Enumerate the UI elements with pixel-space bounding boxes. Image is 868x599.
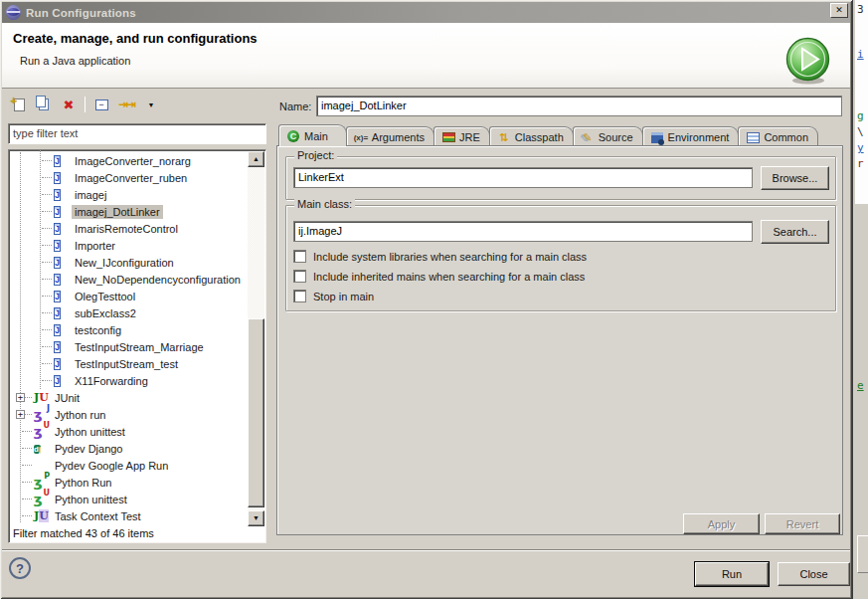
arrow-up-icon: ▲ (253, 155, 260, 162)
tab-label: Source (599, 131, 633, 143)
revert-button[interactable]: Revert (765, 513, 840, 534)
title-bar[interactable]: Run Configurations (2, 2, 850, 23)
tree-item-new-ijconfiguration[interactable]: JNew_IJconfiguration (10, 254, 248, 271)
duplicate-config-button[interactable] (35, 96, 53, 113)
tab-main[interactable]: CMain (278, 124, 347, 146)
tree-connector (22, 448, 32, 449)
tree-item-pydev-django[interactable]: djPydev Django (10, 440, 248, 457)
common-tab-icon (746, 131, 760, 143)
browse-button[interactable]: Browse... (761, 166, 829, 190)
tree-item-imageconverter-ruben[interactable]: JImageConverter_ruben (10, 169, 248, 186)
tab-label: JRE (459, 131, 480, 143)
search-button[interactable]: Search... (761, 220, 829, 244)
tree-item-task-context-test[interactable]: JUTask Context Test (10, 507, 248, 524)
project-input[interactable]: LinkerExt (293, 167, 753, 188)
delete-icon: ✖ (64, 98, 75, 112)
tree-item-testinputstream-test[interactable]: JTestInputStream_test (10, 355, 248, 372)
tree-item-label: Jython run (52, 408, 108, 422)
tree-item-label: subExclass2 (72, 306, 139, 320)
environment-tab-icon (650, 131, 664, 143)
tree-item-imarisremotecontrol[interactable]: JImarisRemoteControl (10, 220, 248, 237)
tree-connector (42, 211, 52, 212)
filter-input[interactable]: type filter text (8, 123, 266, 144)
run-button[interactable]: Run (695, 562, 769, 586)
tree-item-label: JUnit (52, 391, 83, 405)
new-config-button[interactable]: + (10, 96, 28, 113)
java-app-icon: J (54, 171, 68, 185)
tree-item-imageconverter-norarg[interactable]: JImageConverter_norarg (10, 152, 248, 169)
pydev-django-icon: dj (34, 442, 48, 456)
python-unittest-icon: ʒU (34, 493, 48, 506)
tree-connector (42, 279, 52, 280)
tree-item-label: Jython unittest (52, 425, 128, 439)
tree-item-label: X11Forwarding (72, 374, 151, 388)
background-text-fragment: \ (857, 125, 864, 138)
task-context-icon: JU (34, 509, 48, 523)
tree-item-label: ImarisRemoteControl (72, 222, 181, 236)
tree-connector (42, 346, 52, 347)
tree-item-subexclass2[interactable]: JsubExclass2 (10, 304, 248, 321)
tab-classpath[interactable]: ⇅Classpath (489, 126, 574, 146)
checkbox-unchecked[interactable] (293, 270, 306, 283)
tree-item-importer[interactable]: JImporter (10, 237, 248, 254)
tree-item-imagej[interactable]: Jimagej (10, 186, 248, 203)
scrollbar-thumb[interactable] (248, 318, 264, 507)
tree-expander-icon[interactable]: + (16, 393, 25, 402)
toolbar-separator (85, 97, 86, 112)
filter-configs-button[interactable]: ⇥⇥ (117, 96, 135, 113)
screen: 3ig\yre Run Configurations ✕ Create, man… (0, 0, 868, 599)
java-app-icon: J (54, 306, 68, 320)
tree-item-junit[interactable]: +JUJUnit (10, 389, 248, 406)
checkbox-unchecked[interactable] (293, 250, 306, 263)
background-text-fragment: 3 (857, 3, 864, 16)
tab-common[interactable]: Common (738, 126, 818, 146)
tab-environment[interactable]: Environment (642, 126, 740, 146)
dropdown-arrow-icon: ▼ (148, 101, 155, 108)
delete-config-button[interactable]: ✖ (60, 96, 78, 113)
checkbox-row: Stop in main (293, 290, 374, 302)
tree-connector (42, 177, 52, 178)
arrow-down-icon: ▼ (253, 514, 260, 521)
tree-item-imagej-dotlinker[interactable]: Jimagej_DotLinker (10, 203, 248, 220)
background-button-fragment (857, 535, 868, 573)
classpath-tab-icon: ⇅ (497, 131, 511, 143)
java-app-icon: J (54, 357, 68, 371)
close-window-button[interactable]: ✕ (830, 3, 848, 18)
configurations-toolbar: +✖−⇥⇥▼ (10, 94, 160, 115)
checkbox-unchecked[interactable] (293, 290, 306, 302)
filter-menu-dropdown-button[interactable]: ▼ (142, 96, 160, 113)
tree-rows: JImageConverter_norargJImageConverter_ru… (10, 152, 248, 524)
tree-scrollbar[interactable]: ▲ ▼ (248, 151, 264, 526)
java-app-icon: J (54, 205, 68, 219)
tree-item-olegtesttool[interactable]: JOlegTesttool (10, 288, 248, 304)
tree-item-new-nodependencyconfiguration[interactable]: JNew_NoDependencyconfiguration (10, 271, 248, 288)
tab-arguments[interactable]: (x)=Arguments (346, 126, 434, 146)
tree-item-testinputstream-marriage[interactable]: JTestInputStream_Marriage (10, 338, 248, 355)
java-app-icon: J (54, 273, 68, 287)
tree-item-label: ImageConverter_norarg (72, 154, 194, 168)
background-text-fragment: r (857, 157, 864, 170)
scroll-up-button[interactable]: ▲ (248, 151, 264, 167)
collapse-all-button[interactable]: − (92, 96, 110, 113)
help-button[interactable]: ? (9, 557, 31, 579)
tree-item-python-unittest[interactable]: ʒUPython unittest (10, 491, 248, 507)
tab-label: Arguments (372, 131, 425, 143)
tree-expander-icon[interactable]: + (16, 410, 25, 419)
tab-label: Environment (668, 131, 730, 143)
apply-button[interactable]: Apply (683, 513, 760, 534)
close-button[interactable]: Close (778, 562, 850, 586)
configurations-tree[interactable]: JImageConverter_norargJImageConverter_ru… (8, 149, 266, 543)
tab-source[interactable]: ✎Source (573, 126, 643, 146)
duplicate-icon (36, 96, 46, 107)
tree-item-x11forwarding[interactable]: JX11Forwarding (10, 372, 248, 389)
new-config-icon: + (14, 99, 25, 111)
tree-item-testconfig[interactable]: Jtestconfig (10, 321, 248, 338)
scroll-down-button[interactable]: ▼ (248, 510, 264, 526)
name-input[interactable]: imagej_DotLinker (316, 96, 842, 116)
main-class-input[interactable]: ij.ImageJ (293, 221, 753, 242)
tab-jre[interactable]: JRE (434, 126, 490, 146)
tree-connector (42, 245, 52, 246)
close-icon: ✕ (835, 5, 843, 15)
java-app-icon: J (54, 374, 68, 388)
tree-item-jython-unittest[interactable]: ʒUJython unittest (10, 423, 248, 440)
